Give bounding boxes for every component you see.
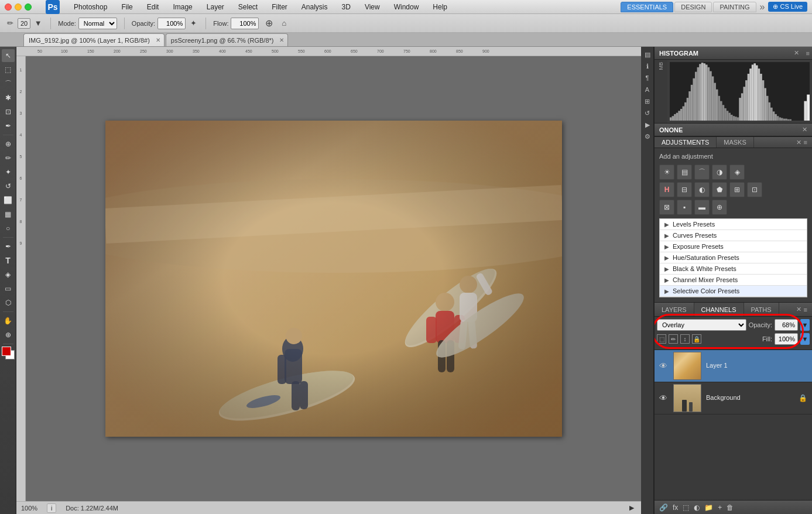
fx-icon[interactable]: fx xyxy=(673,503,678,512)
close-button[interactable] xyxy=(5,4,12,11)
adj-close[interactable]: ✕ xyxy=(796,139,801,146)
adj-menu[interactable]: ≡ xyxy=(804,139,807,146)
history-icon[interactable]: ↺ xyxy=(642,108,653,118)
preset-item-4[interactable]: ▶ Black & White Presets xyxy=(660,263,807,275)
mask-icon[interactable]: ⬚ xyxy=(683,503,689,512)
tab-adjustments[interactable]: ADJUSTMENTS xyxy=(655,137,717,148)
opacity-stepper[interactable]: ▼ xyxy=(800,319,810,331)
layer-item-1[interactable]: 👁 Background 🔒 xyxy=(655,382,812,414)
info-icon[interactable]: ℹ xyxy=(642,61,653,71)
menu-layer[interactable]: Layer xyxy=(204,2,227,12)
lock-transparent-icon[interactable]: ⬚ xyxy=(657,334,666,344)
menu-analysis[interactable]: Analysis xyxy=(299,2,330,12)
char-icon[interactable]: A xyxy=(642,84,653,95)
type-tool[interactable]: T xyxy=(2,254,15,267)
actions-icon[interactable]: ▶ xyxy=(642,119,653,130)
marquee-tool[interactable]: ⬚ xyxy=(2,63,15,76)
minimize-button[interactable] xyxy=(15,4,22,11)
info-button[interactable]: i xyxy=(47,503,56,513)
foreground-color-swatch[interactable] xyxy=(2,347,11,356)
opacity-value[interactable] xyxy=(775,319,798,331)
menu-edit[interactable]: Edit xyxy=(145,2,162,12)
bw-icon[interactable]: ◐ xyxy=(694,182,710,197)
crop-tool[interactable]: ⊡ xyxy=(2,105,15,118)
tab-masks[interactable]: MASKS xyxy=(717,137,754,148)
lock-all-icon[interactable]: 🔒 xyxy=(692,334,701,344)
curves-icon[interactable]: ⌒ xyxy=(694,165,710,180)
menu-3d[interactable]: 3D xyxy=(340,2,353,12)
menu-filter[interactable]: Filter xyxy=(269,2,290,12)
threshold-icon[interactable]: ▪ xyxy=(677,200,692,215)
layer-0-visibility[interactable]: 👁 xyxy=(659,361,669,371)
layers-close[interactable]: ✕ xyxy=(796,306,801,313)
3d-tool[interactable]: ⬡ xyxy=(2,296,15,309)
delete-layer-icon[interactable]: 🗑 xyxy=(727,503,734,512)
doc-tab-1-close[interactable]: ✕ xyxy=(156,37,160,43)
onone-tab-label[interactable]: ONONE xyxy=(655,126,687,133)
gradient-tool[interactable]: ▦ xyxy=(2,208,15,221)
history-brush-tool[interactable]: ↺ xyxy=(2,180,15,193)
shape-tool[interactable]: ▭ xyxy=(2,282,15,295)
hsl-icon[interactable]: H xyxy=(659,182,674,197)
link-layers-icon[interactable]: 🔗 xyxy=(659,503,668,512)
tab-painting[interactable]: PAINTING xyxy=(713,2,756,12)
layers-menu[interactable]: ≡ xyxy=(804,306,807,313)
stylus-icon[interactable]: ⊕ xyxy=(263,18,274,29)
vibrance-icon[interactable]: ◈ xyxy=(729,165,745,180)
invert-icon[interactable]: ⊡ xyxy=(747,182,762,197)
clone-stamp-tool[interactable]: ✦ xyxy=(2,166,15,179)
cs-live-button[interactable]: ⊕ CS Live xyxy=(768,2,807,12)
color-balance-icon[interactable]: ⊟ xyxy=(677,182,692,197)
properties-icon[interactable]: ▤ xyxy=(642,49,653,60)
airbrush-icon[interactable]: ✦ xyxy=(188,18,198,29)
lasso-tool[interactable]: ⌒ xyxy=(2,77,15,90)
tool-preset-icon[interactable]: ▼ xyxy=(33,18,43,29)
paragraph-icon[interactable]: ¶ xyxy=(642,73,653,83)
brush-icon[interactable]: ✏ xyxy=(5,18,15,29)
tab-design[interactable]: DESIGN xyxy=(674,2,712,12)
tab-essentials[interactable]: ESSENTIALS xyxy=(621,2,673,12)
tab-paths[interactable]: PATHS xyxy=(744,303,779,316)
blend-mode-select[interactable]: Normal xyxy=(78,18,117,29)
gear-side-icon[interactable]: ⚙ xyxy=(642,131,653,142)
posterize-icon[interactable]: ⊠ xyxy=(659,200,674,215)
dodge-tool[interactable]: ○ xyxy=(2,222,15,235)
opacity-input[interactable] xyxy=(157,18,186,29)
tab-channels[interactable]: CHANNELS xyxy=(694,303,744,316)
layer-item-0[interactable]: 👁 Layer 1 xyxy=(655,350,812,382)
doc-tab-2[interactable]: psScreeny1.png @ 66.7% (RGB/8*) ✕ xyxy=(166,33,289,46)
histogram-close[interactable]: ✕ xyxy=(789,49,804,57)
workspace-more[interactable]: » xyxy=(758,2,768,12)
brush-tool[interactable]: ✏ xyxy=(2,152,15,165)
levels-icon[interactable]: ▤ xyxy=(677,165,692,180)
foreground-color[interactable] xyxy=(2,347,15,359)
preset-item-0[interactable]: ▶ Levels Presets xyxy=(660,219,807,230)
blend-mode-select[interactable]: Overlay xyxy=(657,319,746,331)
eyedropper-tool[interactable]: ✒ xyxy=(2,119,15,132)
new-layer-icon[interactable]: + xyxy=(718,503,722,512)
histogram-menu[interactable]: ≡ xyxy=(804,50,812,57)
lock-paint-icon[interactable]: ✏ xyxy=(669,334,678,344)
path-select-tool[interactable]: ◈ xyxy=(2,268,15,281)
move-tool[interactable]: ↖ xyxy=(2,49,15,62)
menu-select[interactable]: Select xyxy=(236,2,260,12)
preset-item-2[interactable]: ▶ Exposure Presets xyxy=(660,241,807,252)
preset-item-3[interactable]: ▶ Hue/Saturation Presets xyxy=(660,252,807,263)
maximize-button[interactable] xyxy=(25,4,32,11)
menu-window[interactable]: Window xyxy=(392,2,422,12)
fill-value[interactable] xyxy=(775,333,798,345)
zoom-tool[interactable]: ⊕ xyxy=(2,328,15,341)
gradient-map-icon[interactable]: ▬ xyxy=(694,200,710,215)
tablet-icon[interactable]: ⌂ xyxy=(279,18,289,29)
brush-size-display[interactable]: 20 xyxy=(18,18,30,29)
pen-tool[interactable]: ✒ xyxy=(2,240,15,253)
photo-filter-icon[interactable]: ⬟ xyxy=(712,182,727,197)
doc-nav-button[interactable]: ▶ xyxy=(627,503,636,513)
spot-heal-tool[interactable]: ⊕ xyxy=(2,138,15,150)
exposure-icon[interactable]: ◑ xyxy=(712,165,727,180)
quick-select-tool[interactable]: ✱ xyxy=(2,91,15,104)
onone-close[interactable]: ✕ xyxy=(797,126,812,133)
group-icon[interactable]: 📁 xyxy=(704,503,713,512)
menu-file[interactable]: File xyxy=(119,2,135,12)
menu-image[interactable]: Image xyxy=(170,2,194,12)
